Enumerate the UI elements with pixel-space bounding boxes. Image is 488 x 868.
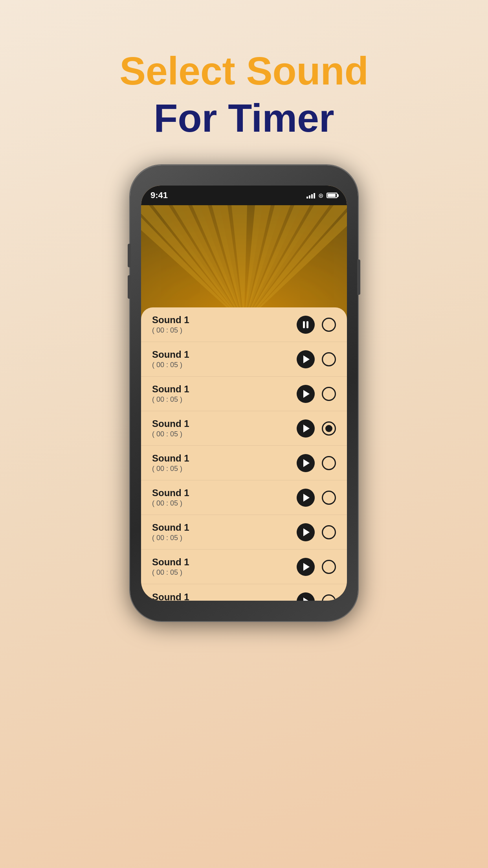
sound-list-item[interactable]: Sound 1( 00 : 05 ) xyxy=(141,480,347,515)
volume-up-button xyxy=(128,244,131,267)
sound-controls xyxy=(297,592,336,601)
sound-controls xyxy=(297,385,336,403)
sound-info: Sound 1( 00 : 05 ) xyxy=(152,384,189,404)
sound-list-item[interactable]: Sound 1( 00 : 05 ) xyxy=(141,307,347,342)
sound-name: Sound 1 xyxy=(152,349,189,360)
sound-name: Sound 1 xyxy=(152,418,189,429)
sound-duration: ( 00 : 05 ) xyxy=(152,430,189,438)
sound-info: Sound 1( 00 : 05 ) xyxy=(152,349,189,369)
sound-info: Sound 1( 00 : 05 ) xyxy=(152,314,189,335)
select-radio[interactable] xyxy=(322,456,336,470)
select-radio[interactable] xyxy=(322,387,336,401)
select-radio[interactable] xyxy=(322,318,336,332)
sound-name: Sound 1 xyxy=(152,384,189,395)
sound-name: Sound 1 xyxy=(152,522,189,533)
volume-down-button xyxy=(128,275,131,299)
play-icon xyxy=(303,563,310,571)
sound-name: Sound 1 xyxy=(152,314,189,326)
sound-controls xyxy=(297,558,336,576)
sound-controls xyxy=(297,523,336,541)
sound-info: Sound 1( 00 : 05 ) xyxy=(152,557,189,577)
play-button[interactable] xyxy=(297,350,315,368)
play-button[interactable] xyxy=(297,454,315,472)
play-icon xyxy=(303,598,310,601)
battery-icon xyxy=(327,193,338,198)
page-title: Select Sound For Timer xyxy=(119,47,368,142)
play-icon xyxy=(303,425,310,432)
play-icon xyxy=(303,390,310,398)
sound-list-item[interactable]: Sound 1( 00 : 05 ) xyxy=(141,342,347,377)
radio-selected-indicator xyxy=(325,425,332,432)
play-button[interactable] xyxy=(297,419,315,438)
sound-name: Sound 1 xyxy=(152,592,189,601)
sound-info: Sound 1( 00 : 05 ) xyxy=(152,418,189,438)
select-radio[interactable] xyxy=(322,594,336,601)
play-icon xyxy=(303,528,310,536)
play-button[interactable] xyxy=(297,592,315,601)
status-bar: 9:41 ⊛ xyxy=(141,186,347,205)
power-button xyxy=(357,259,360,295)
sound-controls xyxy=(297,419,336,438)
sound-duration: ( 00 : 05 ) xyxy=(152,534,189,542)
select-radio[interactable] xyxy=(322,352,336,366)
play-button[interactable] xyxy=(297,523,315,541)
phone-shell: 9:41 ⊛ xyxy=(130,165,358,621)
select-radio[interactable] xyxy=(322,525,336,539)
title-line2: For Timer xyxy=(119,94,368,142)
wifi-icon: ⊛ xyxy=(318,192,323,199)
sunburst-background xyxy=(141,205,347,323)
sound-duration: ( 00 : 05 ) xyxy=(152,465,189,473)
pause-button[interactable] xyxy=(297,316,315,334)
play-button[interactable] xyxy=(297,489,315,507)
phone-screen: 9:41 ⊛ xyxy=(141,186,347,601)
play-button[interactable] xyxy=(297,558,315,576)
sound-info: Sound 1( 00 : 05 ) xyxy=(152,487,189,508)
sound-list-panel: Sound 1( 00 : 05 )Sound 1( 00 : 05 )Soun… xyxy=(141,307,347,601)
sound-info: Sound 1( 00 : 05 ) xyxy=(152,453,189,473)
sound-name: Sound 1 xyxy=(152,453,189,464)
sound-list-item[interactable]: Sound 1( 00 : 05 ) xyxy=(141,550,347,584)
status-icons: ⊛ xyxy=(306,192,338,199)
sound-info: Sound 1( 00 : 05 ) xyxy=(152,522,189,542)
sound-duration: ( 00 : 05 ) xyxy=(152,361,189,369)
sound-name: Sound 1 xyxy=(152,487,189,498)
sound-info: Sound 1( 00 : 05 ) xyxy=(152,592,189,601)
sound-duration: ( 00 : 05 ) xyxy=(152,568,189,577)
sound-list-item[interactable]: Sound 1( 00 : 05 ) xyxy=(141,411,347,446)
sound-controls xyxy=(297,454,336,472)
sound-duration: ( 00 : 05 ) xyxy=(152,326,189,335)
sound-controls xyxy=(297,350,336,368)
phone-mockup: 9:41 ⊛ xyxy=(130,165,358,629)
play-icon xyxy=(303,459,310,467)
sound-duration: ( 00 : 05 ) xyxy=(152,395,189,404)
sound-controls xyxy=(297,489,336,507)
play-icon xyxy=(303,494,310,502)
select-radio[interactable] xyxy=(322,491,336,505)
signal-icon xyxy=(306,192,315,199)
select-radio[interactable] xyxy=(322,560,336,574)
play-button[interactable] xyxy=(297,385,315,403)
pause-icon xyxy=(303,321,308,328)
sound-list-item[interactable]: Sound 1( 00 : 05 ) xyxy=(141,446,347,480)
sound-controls xyxy=(297,316,336,334)
sound-list-item[interactable]: Sound 1( 00 : 05 ) xyxy=(141,515,347,550)
play-icon xyxy=(303,355,310,363)
title-line1: Select Sound xyxy=(119,47,368,94)
select-radio[interactable] xyxy=(322,421,336,436)
sound-duration: ( 00 : 05 ) xyxy=(152,499,189,508)
sound-list-item[interactable]: Sound 1( 00 : 05 ) xyxy=(141,377,347,411)
status-time: 9:41 xyxy=(150,190,168,200)
sound-name: Sound 1 xyxy=(152,557,189,568)
sound-list-item[interactable]: Sound 1( 00 : 05 ) xyxy=(141,584,347,601)
